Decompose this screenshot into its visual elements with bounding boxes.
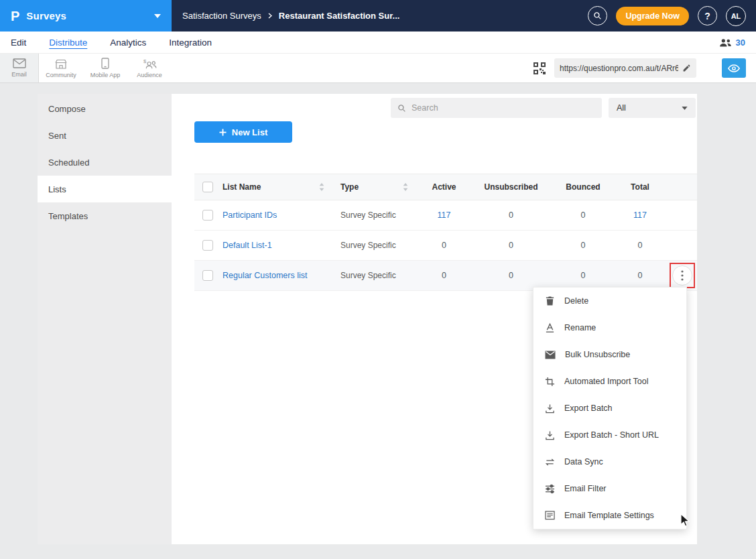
list-name-link[interactable]: Participant IDs <box>223 210 277 220</box>
table-header-row: List Name Type Active Unsubscribed Bounc… <box>194 174 697 200</box>
menu-item-rename[interactable]: Rename <box>533 314 686 341</box>
lists-table: List Name Type Active Unsubscribed Bounc… <box>194 174 697 291</box>
chevron-down-icon <box>682 107 688 110</box>
channel-label: Audience <box>137 72 162 78</box>
kebab-menu-icon <box>681 270 684 281</box>
svg-text:$: $ <box>143 58 146 64</box>
row-checkbox[interactable] <box>202 270 213 281</box>
menu-item-export-batch[interactable]: Export Batch <box>533 395 686 422</box>
filter-value: All <box>617 103 626 113</box>
sort-icon[interactable] <box>319 183 324 191</box>
column-header-active: Active <box>419 182 469 192</box>
breadcrumb-item-current[interactable]: Restaurant Satisfaction Sur... <box>279 11 400 21</box>
sidebar-item-templates[interactable]: Templates <box>38 202 172 229</box>
unsubscribed-count: 0 <box>469 271 553 280</box>
menu-item-export-short-url[interactable]: Export Batch - Short URL <box>533 422 686 448</box>
menu-item-bulk-unsubscribe[interactable]: Bulk Unsubscribe <box>533 341 686 368</box>
row-actions-button[interactable] <box>672 265 692 286</box>
download-icon <box>545 430 555 440</box>
menu-item-email-filter[interactable]: Email Filter <box>533 475 686 502</box>
eye-icon <box>728 64 740 72</box>
question-mark-icon: ? <box>704 11 710 21</box>
channel-label: Email <box>11 71 27 78</box>
breadcrumb-separator-icon <box>268 13 272 19</box>
new-list-button[interactable]: New List <box>194 121 292 143</box>
sort-icon[interactable] <box>403 183 408 191</box>
column-header-type: Type <box>340 182 359 192</box>
search-icon <box>397 104 406 113</box>
tab-edit[interactable]: Edit <box>11 38 26 48</box>
list-type: Survey Specific <box>335 241 419 250</box>
sidebar-item-scheduled[interactable]: Scheduled <box>38 149 172 176</box>
bounced-count: 0 <box>553 241 613 250</box>
product-switcher[interactable]: P Surveys <box>0 0 172 32</box>
list-search[interactable] <box>391 98 602 118</box>
menu-item-email-template-settings[interactable]: Email Template Settings <box>533 502 686 529</box>
responses-count: 30 <box>736 38 745 48</box>
list-name-link[interactable]: Regular Customers list <box>223 271 307 280</box>
row-actions-menu: Delete Rename Bulk Unsubscribe Automated… <box>533 287 687 530</box>
channel-mobile-app[interactable]: Mobile App <box>83 54 127 82</box>
menu-item-automated-import[interactable]: Automated Import Tool <box>533 368 686 395</box>
automated-import-icon <box>545 377 555 387</box>
email-template-settings-icon <box>545 511 555 520</box>
survey-url-field[interactable]: https://questionpro.com.au/t/ARr6k <box>554 58 696 78</box>
channel-email[interactable]: Email <box>0 54 39 82</box>
trash-icon <box>545 296 555 306</box>
email-filter-icon <box>545 484 555 494</box>
row-checkbox[interactable] <box>202 210 213 221</box>
menu-item-delete[interactable]: Delete <box>533 288 686 314</box>
column-header-unsubscribed: Unsubscribed <box>469 182 553 192</box>
bulk-unsubscribe-icon <box>545 351 556 359</box>
tab-distribute[interactable]: Distribute <box>49 38 87 48</box>
breadcrumb-item-surveys[interactable]: Satisfaction Surveys <box>182 11 261 21</box>
list-type-filter[interactable]: All <box>609 98 696 118</box>
total-count: 0 <box>613 241 667 250</box>
channel-community[interactable]: Community <box>39 54 83 82</box>
content-area: Compose Sent Scheduled Lists Templates A… <box>0 83 756 559</box>
total-count[interactable]: 117 <box>613 210 667 220</box>
list-type: Survey Specific <box>335 271 419 280</box>
toolbar-right: https://questionpro.com.au/t/ARr6k <box>533 54 756 82</box>
active-count[interactable]: 117 <box>419 210 469 220</box>
list-filters: All <box>172 94 697 118</box>
help-button[interactable]: ? <box>698 6 717 25</box>
table-row: Default List-1 Survey Specific 0 0 0 0 <box>194 231 697 261</box>
search-icon <box>593 11 602 20</box>
data-sync-icon <box>545 458 555 467</box>
row-checkbox[interactable] <box>202 240 213 251</box>
select-all-checkbox[interactable] <box>202 182 213 192</box>
product-name: Surveys <box>26 10 66 21</box>
tab-integration[interactable]: Integration <box>169 38 212 48</box>
pencil-icon[interactable] <box>682 64 691 72</box>
new-list-label: New List <box>232 127 267 137</box>
qr-code-icon[interactable] <box>533 62 546 74</box>
sidebar-item-compose[interactable]: Compose <box>38 95 172 122</box>
preview-button[interactable] <box>722 58 746 78</box>
mobile-icon <box>101 58 109 69</box>
list-type: Survey Specific <box>335 210 419 220</box>
user-avatar[interactable]: AL <box>726 6 746 26</box>
active-count: 0 <box>419 271 469 280</box>
search-input[interactable] <box>412 103 595 113</box>
email-icon <box>13 58 26 68</box>
responses-counter[interactable]: 30 <box>719 38 745 48</box>
sidebar-item-lists[interactable]: Lists <box>38 176 172 202</box>
column-header-bounced: Bounced <box>553 182 613 192</box>
people-icon <box>719 38 732 47</box>
list-name-link[interactable]: Default List-1 <box>223 241 272 250</box>
total-count: 0 <box>613 271 667 280</box>
channel-audience[interactable]: $ Audience <box>127 54 172 82</box>
tab-analytics[interactable]: Analytics <box>110 38 146 48</box>
bounced-count: 0 <box>553 271 613 280</box>
kebab-highlight <box>670 263 695 288</box>
main-nav: Edit Distribute Analytics Integration 30 <box>0 32 756 54</box>
menu-item-data-sync[interactable]: Data Sync <box>533 448 686 475</box>
breadcrumb: Satisfaction Surveys Restaurant Satisfac… <box>182 11 399 21</box>
plus-icon <box>219 129 227 136</box>
search-button[interactable] <box>588 6 607 25</box>
sidebar-item-sent[interactable]: Sent <box>38 122 172 149</box>
audience-icon: $ <box>143 58 157 69</box>
unsubscribed-count: 0 <box>469 241 553 250</box>
upgrade-now-button[interactable]: Upgrade Now <box>616 7 689 25</box>
